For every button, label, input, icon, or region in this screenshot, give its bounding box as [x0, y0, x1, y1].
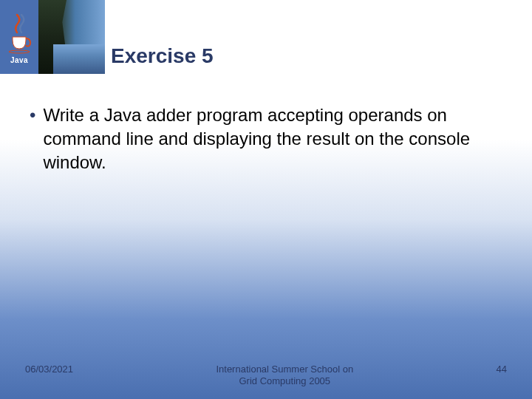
bullet-item: • Write a Java adder program accepting o…	[30, 103, 502, 174]
java-logo-text: Java	[10, 56, 28, 64]
footer-venue-line1: International Summer School on	[216, 364, 353, 375]
java-cup-icon	[7, 10, 32, 55]
footer-venue: International Summer School on Grid Comp…	[216, 364, 353, 387]
footer-venue-line2: Grid Computing 2005	[216, 375, 353, 387]
cliff-photo	[38, 0, 105, 74]
svg-point-0	[9, 50, 30, 53]
footer-date: 06/03/2021	[25, 364, 73, 375]
header-logo-strip: Java	[0, 0, 105, 74]
slide-body: • Write a Java adder program accepting o…	[30, 103, 502, 174]
bullet-dot-icon: •	[30, 103, 35, 127]
java-logo: Java	[0, 0, 38, 74]
bullet-text: Write a Java adder program accepting ope…	[43, 103, 502, 174]
slide-title: Exercise 5	[111, 44, 214, 68]
slide-footer: 06/03/2021 International Summer School o…	[0, 364, 532, 390]
footer-page-number: 44	[497, 364, 507, 375]
